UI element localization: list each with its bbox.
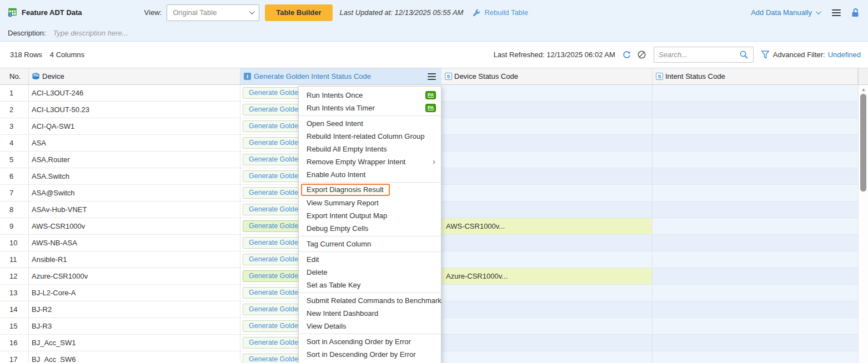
device-status-cell[interactable] [441, 235, 653, 251]
menu-separator [299, 236, 441, 236]
menu-item[interactable]: Sort in Ascending Order by Error [299, 335, 441, 348]
menu-item[interactable]: Enable Auto Intent [299, 168, 441, 181]
intent-status-cell[interactable] [653, 351, 858, 363]
row-number-cell: 13 [0, 285, 29, 301]
device-status-cell[interactable] [441, 168, 653, 185]
filter-funnel-icon[interactable] [761, 51, 769, 59]
rebuild-table-link[interactable]: Rebuild Table [472, 8, 528, 17]
device-cell[interactable]: ASA [29, 135, 240, 152]
menu-item-label: Rebuild Intent-related Column Group [307, 132, 424, 140]
intent-status-cell[interactable] [653, 135, 858, 152]
column-header-device-status-code[interactable]: S Device Status Code [441, 68, 653, 84]
device-status-cell[interactable] [441, 251, 653, 268]
unlock-icon[interactable] [851, 8, 860, 18]
menu-item[interactable]: Rebuild Intent-related Column Group [299, 130, 441, 143]
menu-item[interactable]: Edit [299, 253, 441, 266]
device-status-cell[interactable] [441, 102, 653, 118]
menu-item[interactable]: Remove Empty Wrapper Intent› [299, 155, 441, 168]
intent-status-cell[interactable] [653, 251, 858, 268]
device-cell[interactable]: ASA,Router [29, 152, 240, 168]
device-status-cell[interactable] [441, 351, 653, 363]
menu-item[interactable]: Delete [299, 266, 441, 279]
menu-item[interactable]: View Summary Report [299, 196, 441, 209]
device-status-cell[interactable] [441, 185, 653, 201]
device-status-cell[interactable]: AWS-CSR1000v... [441, 218, 653, 235]
device-cell[interactable]: ASAv-Hub-VNET [29, 201, 240, 218]
intent-status-cell[interactable] [653, 335, 858, 351]
search-icon[interactable] [739, 50, 749, 59]
menu-item[interactable]: Set as Table Key [299, 279, 441, 291]
intent-status-cell[interactable] [653, 301, 858, 318]
device-status-cell[interactable] [441, 285, 653, 301]
device-cell[interactable]: ACI-L3OUT-50.23 [29, 102, 240, 118]
cancel-refresh-icon[interactable] [637, 50, 646, 59]
intent-status-cell[interactable] [653, 118, 858, 135]
menu-item[interactable]: Run Intents via TimerPA [299, 102, 441, 114]
intent-status-cell[interactable] [653, 152, 858, 168]
table-header: No. Device I Generate Golden Intent Stat… [0, 68, 868, 85]
device-status-cell[interactable] [441, 152, 653, 168]
menu-item[interactable]: View Details [299, 320, 441, 332]
device-cell[interactable]: AWS-NB-ASA [29, 235, 240, 251]
column-menu-icon[interactable] [428, 73, 436, 80]
intent-status-cell[interactable] [653, 235, 858, 251]
menu-item[interactable]: Export Intent Output Map [299, 209, 441, 222]
column-header-intent-status-code[interactable]: S Intent Status Code [653, 68, 858, 84]
device-status-cell[interactable] [441, 135, 653, 152]
menu-item[interactable]: Debug Empty Cells [299, 222, 441, 235]
table-toolbar: 318 Rows 4 Columns Last Refreshed: 12/13… [0, 42, 868, 68]
device-status-cell[interactable] [441, 301, 653, 318]
device-cell[interactable]: ASA.Switch [29, 168, 240, 185]
menu-item[interactable]: Run Intents OncePA [299, 89, 441, 102]
device-cell[interactable]: BJ_Acc_SW1 [29, 335, 240, 351]
intent-status-cell[interactable] [653, 218, 858, 235]
device-cell[interactable]: ASA@Switch [29, 185, 240, 201]
table-builder-button[interactable]: Table Builder [265, 4, 332, 21]
column-header-generate-golden-intent-status-code[interactable]: I Generate Golden Intent Status Code [240, 68, 441, 84]
device-status-cell[interactable] [441, 318, 653, 335]
menu-item[interactable]: Rebuild All Empty Intents [299, 143, 441, 155]
device-status-cell[interactable] [441, 85, 653, 102]
description-field[interactable]: Type description here... [53, 29, 128, 37]
menu-item[interactable]: Sort in Descending Order by Error [299, 348, 441, 361]
view-select[interactable]: Original Table [167, 4, 259, 21]
chevron-down-icon [816, 9, 821, 14]
menu-item[interactable]: Tag Current Column [299, 238, 441, 250]
row-number-cell: 16 [0, 335, 29, 351]
device-cell[interactable]: BJ-R2 [29, 301, 240, 318]
device-cell[interactable]: Azure-CSR1000v [29, 268, 240, 285]
menu-item[interactable]: Export Diagnosis Result [299, 184, 441, 196]
menu-item[interactable]: Open Seed Intent [299, 117, 441, 130]
device-cell[interactable]: Ansible-R1 [29, 251, 240, 268]
device-status-cell[interactable] [441, 335, 653, 351]
scroll-up-arrow-icon[interactable]: ▲ [859, 87, 868, 92]
device-cell[interactable]: ACI-L3OUT-246 [29, 85, 240, 102]
column-header-device[interactable]: Device [29, 68, 240, 84]
intent-status-cell[interactable] [653, 102, 858, 118]
device-cell[interactable]: AWS-CSR1000v [29, 218, 240, 235]
device-status-cell[interactable] [441, 201, 653, 218]
add-data-manually-link[interactable]: Add Data Manually [751, 8, 820, 17]
intent-status-cell[interactable] [653, 185, 858, 201]
column-header-no[interactable]: No. [0, 68, 29, 84]
intent-status-cell[interactable] [653, 268, 858, 285]
device-cell[interactable]: ACI-QA-SW1 [29, 118, 240, 135]
intent-status-cell[interactable] [653, 318, 858, 335]
search-input[interactable] [659, 51, 739, 59]
intent-status-cell[interactable] [653, 168, 858, 185]
refresh-icon[interactable] [622, 50, 631, 59]
device-cell[interactable]: BJ_Acc_SW6 [29, 351, 240, 363]
device-status-cell[interactable]: Azure-CSR1000v... [441, 268, 653, 285]
intent-status-cell[interactable] [653, 85, 858, 102]
scrollbar-thumb[interactable] [860, 94, 866, 191]
menu-item[interactable]: Submit Related Commands to Benchmark [299, 294, 441, 307]
intent-status-cell[interactable] [653, 285, 858, 301]
device-cell[interactable]: BJ-R3 [29, 318, 240, 335]
advanced-filter-value[interactable]: Undefined [828, 51, 861, 59]
device-status-cell[interactable] [441, 118, 653, 135]
vertical-scrollbar[interactable]: ▲ [858, 85, 868, 363]
menu-hamburger-icon[interactable] [832, 9, 841, 16]
menu-item[interactable]: New Intent Dashboard [299, 307, 441, 320]
intent-status-cell[interactable] [653, 201, 858, 218]
device-cell[interactable]: BJ-L2-Core-A [29, 285, 240, 301]
